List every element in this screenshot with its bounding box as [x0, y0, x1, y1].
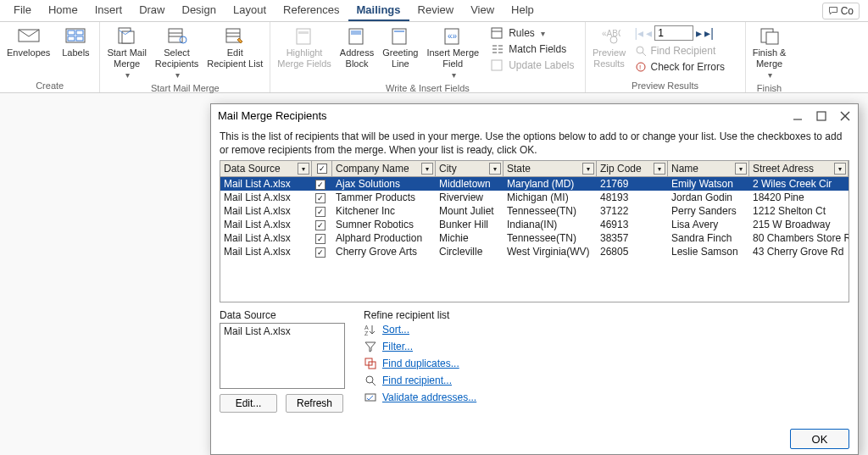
col-checkbox[interactable]: ✓ [312, 161, 332, 176]
group-label: Finish [749, 81, 790, 95]
dropdown-icon[interactable]: ▾ [421, 163, 433, 175]
tab-home[interactable]: Home [40, 0, 86, 21]
validate-icon [364, 391, 377, 404]
start-mail-merge-button[interactable]: Start MailMerge▾ [103, 24, 149, 81]
filter-icon [364, 340, 377, 353]
col-address[interactable]: Street Adress▾ [749, 161, 849, 176]
dropdown-icon[interactable]: ▾ [654, 163, 665, 175]
svg-point-42 [366, 376, 373, 383]
svg-rect-15 [297, 29, 310, 44]
last-record-icon[interactable]: ▸| [704, 26, 714, 40]
greeting-line-button[interactable]: GreetingLine [379, 24, 421, 70]
tab-file[interactable]: File [5, 0, 40, 21]
refresh-button[interactable]: Refresh [286, 394, 343, 413]
dialog-titlebar: Mail Merge Recipients [211, 104, 858, 127]
insert-merge-field-button[interactable]: «» Insert MergeField▾ [423, 24, 482, 81]
svg-rect-18 [351, 31, 361, 35]
svg-rect-33 [766, 32, 778, 44]
group-preview-results: «ABC» PreviewResults |◂ ◂ ▸ ▸| Find Reci… [586, 22, 746, 92]
header-checkbox[interactable]: ✓ [317, 164, 327, 174]
finish-merge-button[interactable]: Finish &Merge▾ [749, 24, 790, 81]
sort-icon: AZ [364, 323, 377, 336]
tab-help[interactable]: Help [503, 0, 542, 21]
tab-design[interactable]: Design [174, 0, 225, 21]
chevron-down-icon: ▾ [541, 29, 545, 38]
edit-recipient-list-button[interactable]: EditRecipient List [203, 24, 266, 70]
chevron-down-icon: ▾ [452, 70, 456, 80]
group-start-mail-merge: Start MailMerge▾ SelectRecipients▾ EditR… [100, 22, 270, 92]
col-name[interactable]: Name▾ [668, 161, 749, 176]
record-navigator: |◂ ◂ ▸ ▸| [632, 24, 742, 42]
chevron-down-icon: ▾ [125, 70, 130, 80]
dropdown-icon[interactable]: ▾ [735, 163, 747, 175]
prev-record-icon[interactable]: ◂ [646, 26, 652, 40]
col-data-source[interactable]: Data Source▾ [220, 161, 312, 176]
table-row[interactable]: Mail List A.xlsx✓Kitchener IncMount Juli… [220, 204, 849, 218]
dropdown-icon[interactable]: ▾ [834, 163, 846, 175]
tab-draw[interactable]: Draw [131, 0, 173, 21]
first-record-icon[interactable]: |◂ [635, 26, 644, 40]
next-record-icon[interactable]: ▸ [696, 26, 702, 40]
filter-link[interactable]: Filter... [382, 341, 413, 352]
group-write-insert: HighlightMerge Fields AddressBlock Greet… [270, 22, 585, 92]
group-label: Start Mail Merge [103, 81, 266, 95]
start-merge-icon [116, 25, 138, 46]
svg-line-29 [643, 53, 646, 56]
record-number-input[interactable] [654, 25, 693, 41]
maximize-icon[interactable] [815, 110, 827, 122]
edit-data-source-button[interactable]: Edit... [220, 394, 277, 413]
tab-layout[interactable]: Layout [225, 0, 275, 21]
group-label: Preview Results [589, 79, 742, 92]
svg-text:«»: «» [448, 31, 458, 41]
recipients-grid: Data Source▾ ✓ Company Name▾ City▾ State… [220, 160, 849, 302]
svg-rect-8 [169, 29, 182, 42]
envelopes-button[interactable]: Envelopes [3, 24, 53, 60]
col-city[interactable]: City▾ [436, 161, 504, 176]
dropdown-icon[interactable]: ▾ [489, 163, 501, 175]
update-labels-icon [491, 59, 504, 71]
data-source-list[interactable]: Mail List A.xlsx [220, 323, 345, 389]
comments-button[interactable]: Co [822, 3, 860, 19]
dialog-title: Mail Merge Recipients [218, 109, 327, 122]
minimize-icon[interactable] [792, 110, 804, 122]
rules-button[interactable]: Rules▾ [487, 25, 577, 41]
col-state[interactable]: State▾ [504, 161, 597, 176]
address-block-button[interactable]: AddressBlock [337, 24, 377, 70]
check-errors-icon: ! [635, 61, 647, 73]
col-zip[interactable]: Zip Code▾ [597, 161, 668, 176]
labels-button[interactable]: Labels [55, 24, 96, 60]
dialog-instructions: This is the list of recipients that will… [220, 130, 849, 157]
dropdown-icon[interactable]: ▾ [298, 163, 309, 175]
tab-references[interactable]: References [275, 0, 348, 21]
tab-mailings[interactable]: Mailings [348, 0, 409, 21]
find-recipient-link[interactable]: Find recipient... [382, 375, 452, 386]
envelope-icon [18, 25, 40, 46]
greeting-icon [389, 25, 411, 46]
find-duplicates-link[interactable]: Find duplicates... [382, 358, 459, 369]
svg-rect-35 [817, 112, 826, 120]
table-row[interactable]: Mail List A.xlsx✓Sumner RoboticsBunker H… [220, 218, 849, 231]
svg-text:A: A [364, 325, 369, 330]
preview-results-button: «ABC» PreviewResults [589, 24, 630, 70]
mail-merge-recipients-dialog: Mail Merge Recipients This is the list o… [210, 103, 859, 455]
check-errors-button[interactable]: !Check for Errors [632, 59, 742, 75]
table-row[interactable]: Mail List A.xlsx✓Ajax SolutionsMiddletow… [220, 177, 849, 191]
svg-text:!: ! [639, 64, 641, 71]
close-icon[interactable] [839, 110, 851, 122]
highlight-merge-fields-button: HighlightMerge Fields [274, 24, 335, 70]
validate-addresses-link[interactable]: Validate addresses... [382, 391, 476, 403]
select-recipients-button[interactable]: SelectRecipients▾ [152, 24, 202, 81]
tab-view[interactable]: View [462, 0, 503, 21]
table-row[interactable]: Mail List A.xlsx✓Alphard ProductionMichi… [220, 231, 849, 245]
dropdown-icon[interactable]: ▾ [582, 163, 594, 175]
tab-insert[interactable]: Insert [86, 0, 131, 21]
table-row[interactable]: Mail List A.xlsx✓Cherry Grove ArtsCircle… [220, 245, 849, 258]
table-row[interactable]: Mail List A.xlsx✓Tammer ProductsRivervie… [220, 191, 849, 204]
rules-icon [491, 27, 504, 39]
col-company[interactable]: Company Name▾ [332, 161, 436, 176]
sort-link[interactable]: Sort... [382, 324, 409, 336]
tab-review[interactable]: Review [409, 0, 463, 21]
svg-rect-16 [298, 31, 309, 34]
match-fields-button[interactable]: Match Fields [487, 42, 577, 57]
ok-button[interactable]: OK [790, 429, 849, 449]
